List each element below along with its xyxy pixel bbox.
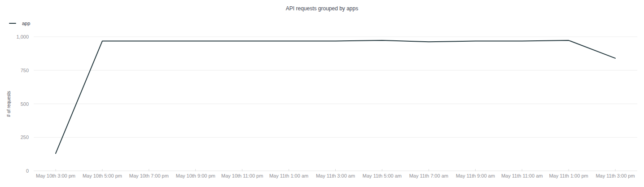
x-tick-label: May 11th 3:00 pm: [596, 173, 635, 178]
x-tick-label: May 10th 7:00 pm: [129, 173, 169, 178]
series-line-app[interactable]: [56, 40, 615, 153]
y-tick-label: 750: [21, 68, 29, 73]
x-tick-label: May 11th 3:00 am: [316, 173, 355, 178]
x-tick-label: May 10th 11:00 pm: [221, 173, 263, 178]
api-requests-chart-panel: API requests grouped by apps app # of re…: [0, 0, 644, 187]
x-tick-label: May 10th 3:00 pm: [36, 173, 75, 178]
x-tick-label: May 11th 9:00 am: [456, 173, 495, 178]
x-tick-label: May 11th 5:00 am: [363, 173, 402, 178]
x-tick-label: May 11th 11:00 am: [501, 173, 543, 178]
x-tick-label: May 11th 1:00 am: [269, 173, 308, 178]
line-chart[interactable]: 02505007501,000May 10th 3:00 pmMay 10th …: [0, 0, 644, 187]
y-tick-label: 0: [26, 168, 29, 174]
x-tick-label: May 10th 9:00 pm: [176, 173, 215, 178]
y-tick-label: 500: [21, 101, 29, 107]
x-tick-label: May 11th 7:00 am: [409, 173, 448, 178]
y-tick-label: 250: [21, 135, 29, 140]
x-tick-label: May 10th 5:00 pm: [83, 173, 122, 178]
y-tick-label: 1,000: [16, 34, 29, 39]
x-tick-label: May 11th 1:00 pm: [549, 173, 588, 178]
